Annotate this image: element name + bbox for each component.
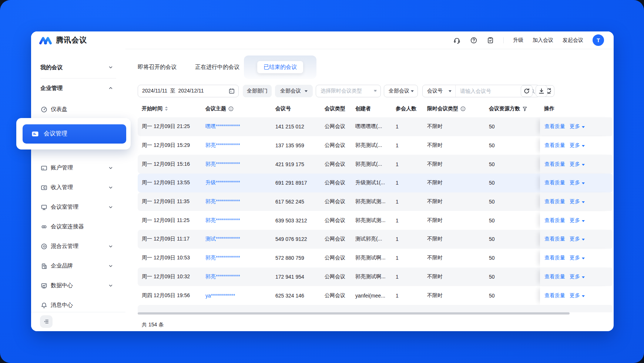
cell-start-time: 周一 12月09日 11:35 (138, 198, 201, 205)
cell-limited-type: 不限时 (423, 292, 485, 299)
department-filter[interactable]: 全部部门 (243, 85, 272, 97)
funnel-icon[interactable] (522, 106, 527, 111)
table-row[interactable]: 周一 12月09日 10:32郭亮************172 941 954… (138, 268, 613, 286)
table-row[interactable]: 周一 12月09日 15:29郭亮************137 135 959… (138, 136, 613, 155)
view-quality-link[interactable]: 查看质量 (544, 142, 565, 149)
meeting-topic-link[interactable]: 郭亮************ (205, 217, 240, 223)
meeting-scope-select[interactable]: 全部会议 (275, 85, 313, 97)
table-tools (521, 85, 547, 97)
table-row[interactable]: 周一 12月09日 11:17测试************549 076 912… (138, 230, 613, 249)
column-header-time[interactable]: 开始时间 (138, 105, 201, 112)
view-quality-link[interactable]: 查看质量 (544, 198, 565, 205)
more-link[interactable]: 更多 (570, 273, 585, 280)
sidebar-divider (40, 78, 116, 78)
view-quality-link[interactable]: 查看质量 (544, 161, 565, 168)
help-icon[interactable] (470, 37, 477, 44)
column-header-creator: 创建者 (351, 105, 392, 112)
sidebar-item-dashboard[interactable]: 仪表盘 (31, 100, 125, 119)
table-row[interactable]: 周一 12月09日 15:16郭亮************421 919 175… (138, 155, 613, 174)
cell-actions: 查看质量更多 (540, 249, 613, 268)
upgrade-link[interactable]: 升级 (513, 37, 523, 44)
more-link[interactable]: 更多 (570, 179, 585, 186)
join-meeting-link[interactable]: 加入会议 (533, 37, 553, 44)
more-link[interactable]: 更多 (570, 161, 585, 168)
table-row[interactable]: 周一 12月09日 21:25嘿嘿************141 215 012… (138, 117, 613, 136)
sort-icon[interactable] (165, 106, 168, 111)
meeting-topic-link[interactable]: 郭亮************ (205, 142, 240, 148)
meeting-topic-link[interactable]: 测试************ (205, 236, 240, 242)
tab-in-progress[interactable]: 正在进行中的会议 (195, 64, 239, 71)
more-link[interactable]: 更多 (570, 123, 585, 130)
chevron-down-icon (108, 205, 113, 209)
collapse-sidebar-button[interactable] (40, 315, 53, 328)
date-range-picker[interactable]: 2024/11/11 至 2024/12/11 (138, 85, 239, 97)
sidebar-item-rooms-manage[interactable]: 会议室管理 (31, 197, 125, 217)
horizontal-scrollbar[interactable] (138, 312, 570, 315)
sidebar-item-rooms-connector[interactable]: 会议室连接器 (31, 217, 125, 236)
sidebar-item-label: 混合云管理 (51, 243, 78, 250)
sidebar-group-enterprise[interactable]: 企业管理 (31, 80, 125, 97)
meeting-topic-link[interactable]: 郭亮************ (205, 198, 240, 204)
table-row[interactable]: 周四 12月05日 19:56ya************625 324 146… (138, 286, 613, 305)
cell-actions: 查看质量更多 (540, 174, 613, 192)
view-quality-link[interactable]: 查看质量 (544, 255, 565, 261)
cell-actions: 查看质量更多 (540, 192, 613, 211)
more-link[interactable]: 更多 (570, 255, 585, 261)
tab-ended[interactable]: 已结束的会议 (257, 61, 303, 73)
cell-meeting-number: 617 562 245 (271, 199, 321, 205)
column-header-resources[interactable]: 会议资源方数 (485, 105, 540, 112)
cell-limited-type: 不限时 (423, 142, 485, 149)
table-row[interactable]: 周一 12月09日 11:35郭亮************617 562 245… (138, 192, 613, 211)
avatar[interactable]: T (593, 34, 604, 46)
sidebar-item-data-center[interactable]: 数据中心 (31, 276, 125, 295)
start-meeting-link[interactable]: 发起会议 (563, 37, 583, 44)
view-quality-link[interactable]: 查看质量 (544, 292, 565, 299)
chevron-down-icon (108, 264, 113, 268)
more-link[interactable]: 更多 (570, 236, 585, 242)
sidebar-group-my-meetings[interactable]: 我的会议 (31, 59, 125, 76)
table-row[interactable]: 周一 12月09日 10:53郭亮************572 880 759… (138, 249, 613, 268)
cell-limited-type: 不限时 (423, 179, 485, 186)
meeting-filter-select[interactable]: 全部会议 (384, 85, 418, 97)
cell-creator: 嘿嘿嘿嘿(... (351, 123, 392, 130)
sidebar-item-meeting-manage[interactable]: 会议管理 (23, 124, 126, 144)
cell-participants: 1 (392, 142, 423, 148)
desktop-background: 腾讯会议 (0, 0, 644, 363)
meeting-topic-link[interactable]: 升级************ (205, 179, 240, 185)
tab-upcoming[interactable]: 即将召开的会议 (138, 64, 177, 71)
meeting-topic-link[interactable]: 郭亮************ (205, 161, 240, 167)
filter-bar: 2024/11/11 至 2024/12/11 全部部门 (138, 85, 554, 97)
view-quality-link[interactable]: 查看质量 (544, 123, 565, 130)
sidebar-item-account-manage[interactable]: 账户管理 (31, 158, 125, 178)
more-link[interactable]: 更多 (570, 142, 585, 149)
search-field-select[interactable]: 会议号 (423, 85, 456, 97)
headset-icon[interactable] (453, 37, 461, 44)
meeting-topic-link[interactable]: ya************ (205, 293, 235, 299)
caret-down-icon (305, 90, 308, 92)
meeting-topic-link[interactable]: 嘿嘿************ (205, 123, 240, 129)
download-icon[interactable] (536, 85, 547, 97)
limited-type-select[interactable]: 选择限时会议类型 (316, 85, 381, 97)
refresh-icon[interactable] (521, 85, 533, 97)
meeting-topic-link[interactable]: 郭亮************ (205, 255, 240, 261)
more-link[interactable]: 更多 (570, 217, 585, 224)
sidebar-item-income-manage[interactable]: 收入管理 (31, 178, 125, 197)
cell-resources: 50 (485, 236, 540, 242)
cell-meeting-type: 公网会议 (321, 142, 351, 149)
more-link[interactable]: 更多 (570, 198, 585, 205)
more-link[interactable]: 更多 (570, 292, 585, 299)
table-row[interactable]: 周一 12月09日 11:25郭亮************639 503 321… (138, 211, 613, 230)
table-row[interactable]: 周一 12月09日 13:55升级************691 291 891… (138, 174, 613, 192)
view-quality-link[interactable]: 查看质量 (544, 236, 565, 242)
task-icon[interactable] (487, 37, 494, 44)
cell-creator: 郭亮测试啊... (351, 273, 392, 280)
cell-meeting-type: 公网会议 (321, 273, 351, 280)
meeting-topic-link[interactable]: 郭亮************ (205, 273, 240, 279)
search-input[interactable] (456, 88, 529, 94)
view-quality-link[interactable]: 查看质量 (544, 217, 565, 224)
view-quality-link[interactable]: 查看质量 (544, 179, 565, 186)
sidebar-item-hybrid-cloud[interactable]: 混合云管理 (31, 236, 125, 256)
cell-topic: 郭亮************ (201, 198, 271, 205)
sidebar-item-enterprise-brand[interactable]: 企业品牌 (31, 256, 125, 276)
view-quality-link[interactable]: 查看质量 (544, 273, 565, 280)
